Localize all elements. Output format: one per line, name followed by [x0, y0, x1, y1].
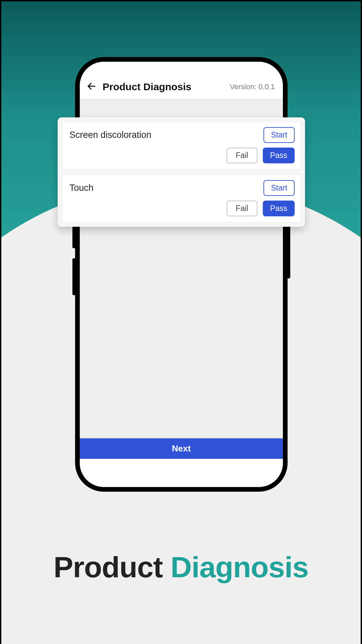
pass-button-label: Pass: [270, 204, 287, 213]
marketing-caption: Product Diagnosis: [0, 550, 362, 584]
pass-button[interactable]: Pass: [263, 148, 295, 163]
card-header-row: Touch Start: [69, 180, 295, 196]
test-card: Screen discoloration Start Fail Pass: [62, 121, 301, 170]
card-actions-row: Fail Pass: [69, 201, 295, 216]
fail-button[interactable]: Fail: [227, 148, 257, 163]
frame-edge: [0, 0, 362, 1]
page-title: Product Diagnosis: [103, 81, 191, 93]
card-actions-row: Fail Pass: [69, 148, 295, 163]
frame-edge: [0, 0, 1, 644]
back-arrow-icon[interactable]: [86, 80, 97, 92]
start-button[interactable]: Start: [263, 127, 295, 143]
test-cards-panel: Screen discoloration Start Fail Pass Tou…: [58, 117, 305, 227]
frame-edge: [361, 0, 362, 644]
test-title: Touch: [69, 183, 94, 193]
phone-side-button: [72, 258, 75, 295]
card-header-row: Screen discoloration Start: [69, 127, 295, 143]
caption-word-1: Product: [54, 550, 163, 584]
next-button-label: Next: [172, 443, 191, 454]
fail-button-label: Fail: [236, 151, 248, 160]
version-label: Version: 0.0.1: [230, 83, 275, 91]
app-bar: Product Diagnosis Version: 0.0.1: [80, 62, 283, 99]
next-button[interactable]: Next: [80, 437, 283, 459]
caption-word-2: Diagnosis: [171, 550, 309, 584]
fail-button-label: Fail: [236, 204, 248, 213]
stage: Product Diagnosis Version: 0.0.1 Next Sc…: [0, 0, 362, 644]
start-button[interactable]: Start: [263, 180, 295, 196]
start-button-label: Start: [271, 183, 287, 192]
fail-button[interactable]: Fail: [227, 201, 257, 216]
bottom-spacer: [80, 459, 283, 487]
pass-button[interactable]: Pass: [263, 201, 295, 216]
test-card: Touch Start Fail Pass: [62, 174, 301, 223]
phone-side-button: [288, 221, 290, 278]
start-button-label: Start: [271, 130, 287, 139]
pass-button-label: Pass: [270, 151, 287, 160]
test-title: Screen discoloration: [69, 130, 152, 140]
